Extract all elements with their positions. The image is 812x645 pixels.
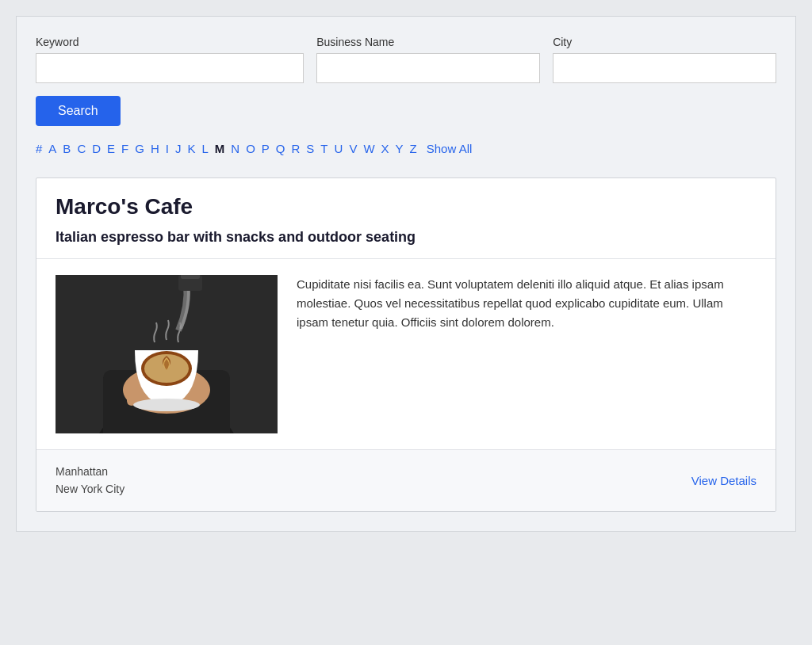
listing-body: Cupiditate nisi facilis ea. Sunt volupta… — [36, 259, 776, 450]
alpha-link-w[interactable]: W — [363, 142, 374, 155]
alpha-link-b[interactable]: B — [63, 142, 71, 155]
listing-description: Cupiditate nisi facilis ea. Sunt volupta… — [297, 275, 756, 433]
alpha-link-c[interactable]: C — [77, 142, 86, 155]
svg-rect-4 — [127, 378, 136, 406]
search-button-row: Search — [36, 96, 776, 126]
listing-image — [56, 275, 278, 433]
city-input[interactable] — [553, 53, 776, 83]
alpha-link-o[interactable]: O — [246, 142, 255, 155]
listing-title: Marco's Cafe — [56, 194, 756, 219]
svg-point-9 — [133, 399, 200, 411]
alpha-link-r[interactable]: R — [292, 142, 301, 155]
alpha-link-x[interactable]: X — [381, 142, 389, 155]
alpha-link-l[interactable]: L — [201, 142, 208, 155]
alpha-link-m[interactable]: M — [215, 142, 225, 155]
page-wrapper: Keyword Business Name City Search # A B … — [16, 16, 796, 532]
business-name-input[interactable] — [316, 53, 540, 83]
svg-rect-13 — [181, 275, 200, 279]
city-label: City — [553, 36, 776, 48]
listing-location-line2: New York City — [56, 480, 124, 498]
search-button[interactable]: Search — [36, 96, 121, 126]
listing-subtitle: Italian espresso bar with snacks and out… — [56, 229, 756, 246]
listing-card: Marco's Cafe Italian espresso bar with s… — [36, 177, 776, 512]
alpha-link-g[interactable]: G — [135, 142, 144, 155]
alpha-link-a[interactable]: A — [48, 142, 56, 155]
alpha-link-v[interactable]: V — [349, 142, 357, 155]
alpha-link-u[interactable]: U — [335, 142, 343, 155]
listing-footer: Manhattan New York City View Details — [36, 450, 776, 511]
keyword-input[interactable] — [36, 53, 304, 83]
show-all-link[interactable]: Show All — [427, 142, 473, 155]
alpha-link-p[interactable]: P — [262, 142, 270, 155]
alpha-link-n[interactable]: N — [231, 142, 239, 155]
city-field-group: City — [553, 36, 776, 83]
alpha-link-z[interactable]: Z — [410, 142, 417, 155]
listing-header: Marco's Cafe Italian espresso bar with s… — [36, 178, 776, 259]
search-form: Keyword Business Name City Search — [36, 36, 776, 126]
alpha-link-f[interactable]: F — [121, 142, 128, 155]
alpha-link-h[interactable]: H — [151, 142, 159, 155]
alpha-link-hash[interactable]: # — [36, 142, 42, 155]
inputs-row: Keyword Business Name City — [36, 36, 776, 83]
alpha-link-y[interactable]: Y — [396, 142, 404, 155]
alpha-link-t[interactable]: T — [320, 142, 327, 155]
keyword-field-group: Keyword — [36, 36, 304, 83]
alpha-link-i[interactable]: I — [166, 142, 169, 155]
business-name-label: Business Name — [316, 36, 540, 48]
keyword-label: Keyword — [36, 36, 304, 48]
alpha-link-j[interactable]: J — [175, 142, 182, 155]
alpha-link-d[interactable]: D — [92, 142, 101, 155]
alpha-link-e[interactable]: E — [107, 142, 115, 155]
listing-location: Manhattan New York City — [56, 463, 124, 498]
listing-location-line1: Manhattan — [56, 463, 124, 480]
alpha-link-q[interactable]: Q — [276, 142, 285, 155]
alpha-link-s[interactable]: S — [306, 142, 314, 155]
alpha-link-k[interactable]: K — [187, 142, 195, 155]
view-details-link[interactable]: View Details — [691, 474, 756, 487]
business-name-field-group: Business Name — [316, 36, 540, 83]
alpha-nav: # A B C D E F G H I J K L M N O P Q R S … — [36, 142, 776, 158]
